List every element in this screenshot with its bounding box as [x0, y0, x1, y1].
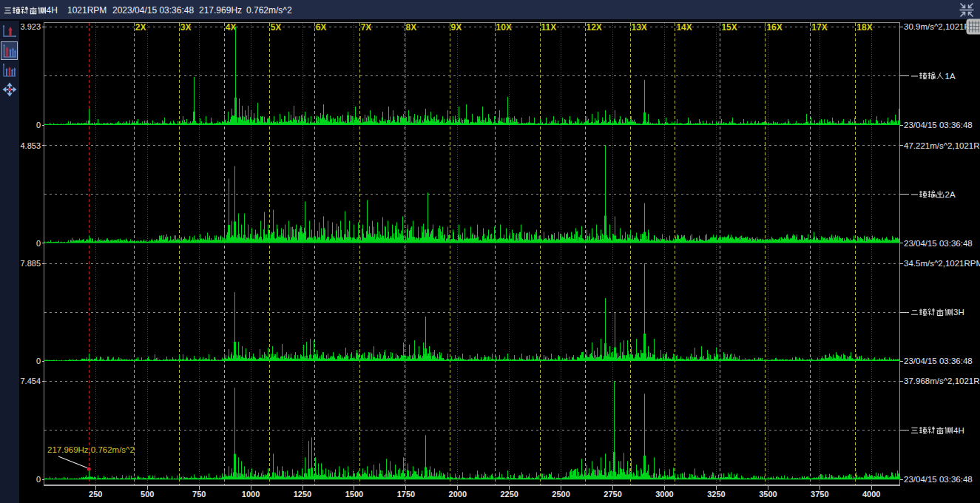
svg-text:23/04/15 03:36:48: 23/04/15 03:36:48 — [904, 239, 973, 248]
svg-text:7.885: 7.885 — [20, 259, 41, 268]
svg-text:7X: 7X — [361, 22, 372, 33]
svg-text:16X: 16X — [766, 22, 782, 33]
svg-text:37.968m/s^2,1021RPM: 37.968m/s^2,1021RPM — [904, 377, 980, 385]
svg-text:34.5m/s^2,1021RPM: 34.5m/s^2,1021RPM — [904, 259, 980, 268]
svg-text:2250: 2250 — [500, 490, 518, 499]
svg-text:0: 0 — [36, 239, 41, 248]
svg-text:2500: 2500 — [552, 490, 570, 499]
svg-text:1000: 1000 — [242, 490, 260, 499]
svg-text:2000: 2000 — [449, 490, 467, 499]
svg-text:1021RPM: 1021RPM — [67, 5, 107, 16]
svg-text:6X: 6X — [316, 22, 327, 33]
svg-text:4000: 4000 — [862, 490, 880, 499]
svg-text:14X: 14X — [676, 22, 692, 33]
svg-text:0: 0 — [36, 121, 41, 129]
svg-text:2023/04/15 03:36:48: 2023/04/15 03:36:48 — [112, 5, 194, 16]
svg-text:23/04/15 03:36:48: 23/04/15 03:36:48 — [904, 357, 973, 365]
svg-text:750: 750 — [192, 490, 206, 499]
svg-text:23/04/15 03:36:48: 23/04/15 03:36:48 — [904, 475, 973, 484]
svg-text:0: 0 — [36, 475, 41, 484]
svg-text:9X: 9X — [451, 22, 462, 33]
svg-text:4H: 4H — [47, 5, 58, 16]
svg-text:17X: 17X — [811, 22, 827, 33]
svg-text:3750: 3750 — [811, 490, 828, 499]
svg-text:4X: 4X — [226, 22, 237, 33]
svg-text:47.221m/s^2,1021RPM: 47.221m/s^2,1021RPM — [904, 141, 980, 150]
svg-text:3.923: 3.923 — [20, 22, 41, 31]
svg-text:1500: 1500 — [345, 490, 363, 499]
svg-text:18X: 18X — [856, 22, 872, 33]
svg-text:13X: 13X — [632, 22, 647, 33]
svg-text:3000: 3000 — [655, 490, 673, 499]
svg-text:1A: 1A — [945, 72, 956, 81]
svg-text:3250: 3250 — [707, 490, 725, 499]
svg-text:2750: 2750 — [604, 490, 621, 499]
svg-text:0.762m/s^2: 0.762m/s^2 — [246, 5, 292, 16]
svg-text:3X: 3X — [180, 22, 192, 33]
svg-text:4H: 4H — [953, 426, 964, 435]
svg-text:217.969Hz: 217.969Hz — [199, 5, 242, 16]
svg-text:5X: 5X — [271, 22, 282, 33]
svg-text:1750: 1750 — [397, 490, 415, 499]
svg-text:217.969Hz,0.762m/s^2: 217.969Hz,0.762m/s^2 — [47, 445, 135, 454]
svg-text:1250: 1250 — [294, 490, 311, 499]
svg-text:4.853: 4.853 — [20, 141, 41, 150]
svg-text:12X: 12X — [587, 22, 602, 33]
svg-text:2A: 2A — [945, 190, 956, 199]
svg-text:2X: 2X — [135, 22, 146, 33]
svg-text:7.454: 7.454 — [20, 377, 41, 385]
svg-text:500: 500 — [141, 490, 154, 499]
svg-text:3500: 3500 — [759, 490, 777, 499]
svg-text:0: 0 — [36, 357, 41, 365]
svg-text:23/04/15 03:36:48: 23/04/15 03:36:48 — [904, 121, 973, 129]
svg-text:250: 250 — [89, 490, 102, 499]
svg-text:3H: 3H — [953, 308, 964, 317]
svg-text:15X: 15X — [721, 22, 737, 33]
svg-text:11X: 11X — [541, 22, 557, 33]
svg-text:10X: 10X — [496, 22, 512, 33]
svg-text:8X: 8X — [406, 22, 417, 33]
